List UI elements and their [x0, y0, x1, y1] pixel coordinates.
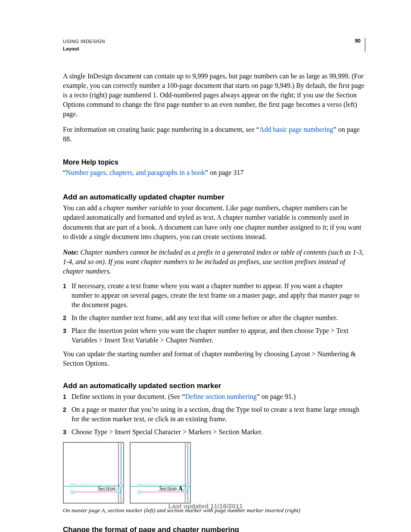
svg-rect-7 — [71, 491, 73, 494]
format-heading: Change the format of page and chapter nu… — [63, 526, 365, 532]
step-number: 3 — [63, 428, 72, 436]
chapter-heading: Add an automatically updated chapter num… — [63, 193, 365, 202]
chapter-paragraph-1: You can add a chapter number variable to… — [63, 203, 365, 241]
step-text: Define sections in your document. (See “… — [72, 392, 365, 401]
step-number: 1 — [63, 393, 72, 401]
text: Define sections in your document. (See “ — [72, 393, 185, 400]
chapter-paragraph-2: You can update the starting number and f… — [63, 349, 365, 368]
intro-paragraph-2: For information on creating basic page n… — [63, 125, 365, 144]
section-marker-steps: 1Define sections in your document. (See … — [63, 392, 365, 437]
page-number: 90 — [355, 38, 365, 52]
change-format-section: Change the format of page and chapter nu… — [63, 526, 365, 532]
page-footer: Last updated 11/16/2011 — [0, 502, 411, 510]
number-pages-chapters-link[interactable]: Number pages, chapters, and paragraphs i… — [66, 169, 205, 176]
section-marker-section: Add an automatically updated section mar… — [63, 382, 365, 515]
header-left: USING INDESIGN Layout — [63, 38, 105, 53]
svg-rect-8 — [119, 484, 122, 487]
step-text: In the chapter number text frame, add an… — [72, 313, 365, 323]
section-title: Layout — [63, 45, 105, 53]
svg-text:Section A: Section A — [159, 485, 183, 492]
step-text: If necessary, create a text frame where … — [72, 281, 365, 310]
svg-rect-6 — [71, 484, 73, 487]
more-help-section: More Help topics “Number pages, chapters… — [63, 159, 365, 177]
step-text: Choose Type > Insert Special Character >… — [72, 427, 365, 437]
step-number: 2 — [63, 406, 72, 414]
svg-rect-21 — [186, 484, 189, 487]
svg-rect-19 — [138, 484, 140, 487]
chapter-number-section: Add an automatically updated chapter num… — [63, 193, 365, 368]
svg-text:Section: Section — [98, 485, 115, 492]
step-number: 2 — [63, 314, 72, 322]
step-number: 1 — [63, 282, 72, 290]
step-number: 3 — [63, 327, 72, 335]
step-text: Place the insertion point where you want… — [72, 326, 365, 345]
svg-rect-20 — [138, 491, 140, 494]
text: For information on creating basic page n… — [63, 126, 259, 133]
step-2: 2In the chapter number text frame, add a… — [63, 313, 365, 323]
add-basic-page-numbering-link[interactable]: Add basic page numbering — [259, 126, 333, 133]
step-2: 2On a page or master that you’re using i… — [63, 405, 365, 424]
step-3: 3Place the insertion point where you wan… — [63, 326, 365, 345]
step-3: 3Choose Type > Insert Special Character … — [63, 427, 365, 437]
text: ” on page 91.) — [257, 393, 296, 400]
figure-illustration-icon: Section Section A — [63, 442, 192, 504]
step-1: 1Define sections in your document. (See … — [63, 392, 365, 401]
text: ” on page 317 — [205, 169, 243, 176]
note-body: Chapter numbers cannot be included as a … — [63, 249, 364, 275]
page-header: USING INDESIGN Layout 90 — [63, 38, 365, 53]
chapter-steps: 1If necessary, create a text frame where… — [63, 281, 365, 345]
chapter-note: Note: Chapter numbers cannot be included… — [63, 248, 365, 276]
document-page: USING INDESIGN Layout 90 A single InDesi… — [0, 0, 411, 532]
text: You can add a — [63, 204, 103, 212]
chapter-variable-term: chapter number variable — [103, 204, 172, 212]
section-marker-heading: Add an automatically updated section mar… — [63, 382, 365, 390]
step-text: On a page or master that you’re using in… — [72, 405, 365, 424]
more-help-link-line: “Number pages, chapters, and paragraphs … — [63, 168, 365, 177]
svg-rect-13 — [130, 442, 190, 503]
section-marker-figure: Section Section A — [63, 442, 365, 504]
svg-rect-0 — [63, 442, 124, 503]
step-1: 1If necessary, create a text frame where… — [63, 281, 365, 310]
doc-title: USING INDESIGN — [63, 38, 105, 45]
more-help-heading: More Help topics — [63, 159, 365, 166]
define-section-numbering-link[interactable]: Define section numbering — [185, 393, 256, 400]
note-label: Note: — [63, 249, 78, 256]
intro-paragraph-1: A single InDesign document can contain u… — [63, 72, 365, 119]
